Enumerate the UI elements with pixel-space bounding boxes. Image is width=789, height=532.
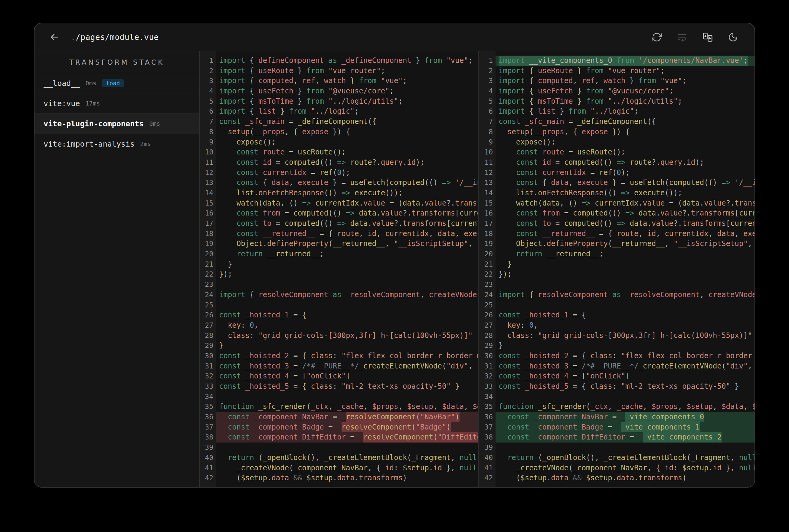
line-number: 27 xyxy=(200,320,216,331)
line-number: 9 xyxy=(479,137,496,148)
code-line: const _component_DiffEditor = _resolveCo… xyxy=(216,432,478,442)
compare-panels-icon xyxy=(702,32,713,43)
plugin-name: vite:vue xyxy=(43,99,80,108)
refresh-button[interactable] xyxy=(651,32,663,43)
line-number-gutter-before: 1234567891011121314151617181920212223242… xyxy=(200,51,216,487)
code-line: import { list } from "../logic"; xyxy=(496,107,754,117)
line-number: 36 xyxy=(200,412,216,422)
sidebar-item-vite-vue[interactable]: vite:vue17ms xyxy=(35,93,199,114)
code-line: ($setup.data && $setup.data.transforms) xyxy=(496,473,754,483)
code-line: } xyxy=(496,259,754,270)
code-line: import { list } from "../logic"; xyxy=(216,107,478,117)
code-line: const _hoisted_4 = ["onClick"] xyxy=(496,371,754,381)
line-number: 26 xyxy=(200,310,216,320)
sidebar-item-vite-import-analysis[interactable]: vite:import-analysis2ms xyxy=(35,134,199,154)
line-number: 1 xyxy=(479,56,496,66)
code-line xyxy=(496,280,754,290)
line-number: 5 xyxy=(200,96,216,107)
line-number: 2 xyxy=(200,66,216,76)
line-number: 39 xyxy=(200,442,216,453)
line-number: 3 xyxy=(479,76,496,86)
line-number: 30 xyxy=(479,351,496,361)
line-number: 1 xyxy=(200,56,216,66)
diff-pane-before[interactable]: 1234567891011121314151617181920212223242… xyxy=(200,51,478,487)
line-number: 23 xyxy=(200,280,216,290)
code-line xyxy=(496,300,754,310)
word-wrap-icon xyxy=(677,32,687,42)
line-number: 11 xyxy=(479,157,496,168)
line-number: 20 xyxy=(200,249,216,259)
code-line xyxy=(496,442,754,453)
code-line: return (_openBlock(), _createElementBloc… xyxy=(216,453,478,463)
code-line: } xyxy=(216,341,478,351)
code-line xyxy=(496,392,754,402)
code-line: import { msToTime } from "../logic/utils… xyxy=(216,96,478,107)
line-number: 12 xyxy=(479,168,496,178)
line-number: 2 xyxy=(479,66,496,76)
code-line: const from = computed(() => data.value?.… xyxy=(496,208,754,218)
code-line: import { defineComponent as _defineCompo… xyxy=(216,56,478,66)
line-number: 6 xyxy=(200,107,216,117)
code-line: return __returned__; xyxy=(216,249,478,259)
code-line: function _sfc_render(_ctx, _cache, $prop… xyxy=(496,402,754,412)
code-after[interactable]: import __vite_components_0 from '/compon… xyxy=(496,51,754,487)
line-number: 32 xyxy=(200,371,216,381)
code-line: watch(data, () => currentIdx.value = (da… xyxy=(216,198,478,209)
code-line: } xyxy=(496,341,754,351)
plugin-time: 17ms xyxy=(85,100,100,107)
code-line: const from = computed(() => data.value?.… xyxy=(216,208,478,218)
code-line: const id = computed(() => route?.query.i… xyxy=(216,157,478,168)
line-number: 3 xyxy=(200,76,216,86)
line-number: 8 xyxy=(200,127,216,137)
line-number: 8 xyxy=(479,127,496,137)
line-number: 5 xyxy=(479,96,496,107)
line-number: 7 xyxy=(200,117,216,127)
code-line: setup(__props, { expose }) { xyxy=(496,127,754,137)
code-line: const _component_NavBar = __vite_compone… xyxy=(496,412,754,422)
theme-toggle-button[interactable] xyxy=(727,32,739,43)
line-number: 19 xyxy=(200,239,216,249)
plugin-time: 0ms xyxy=(85,79,96,87)
module-title-path: /pages/module.vue xyxy=(76,33,159,42)
code-before[interactable]: import { defineComponent as _defineCompo… xyxy=(216,51,478,487)
line-number: 10 xyxy=(479,147,496,157)
line-number: 9 xyxy=(200,137,216,148)
code-line: const route = useRoute(); xyxy=(216,147,478,157)
line-number: 15 xyxy=(200,198,216,209)
line-number: 22 xyxy=(200,269,216,280)
code-line: key: 0, xyxy=(216,320,478,331)
main-body: TRANSFORM STACK __load__0msloadvite:vue1… xyxy=(35,51,754,487)
plugin-name: vite-plugin-components xyxy=(43,119,144,128)
line-number: 42 xyxy=(200,473,216,483)
code-line: const _hoisted_1 = { xyxy=(496,310,754,320)
code-line: const _hoisted_2 = { class: "flex flex-c… xyxy=(496,351,754,361)
code-line: ($setup.data && $setup.data.transforms) xyxy=(216,473,478,483)
sidebar-item-load[interactable]: __load__0msload xyxy=(35,73,199,93)
code-line: const _sfc_main = _defineComponent({ xyxy=(216,117,478,127)
line-number: 38 xyxy=(200,432,216,442)
line-number: 28 xyxy=(200,331,216,341)
sidebar-item-vite-plugin-components[interactable]: vite-plugin-components0ms xyxy=(35,114,199,134)
line-number: 31 xyxy=(479,361,496,372)
compare-panels-button[interactable] xyxy=(702,32,713,43)
line-number: 14 xyxy=(200,188,216,198)
line-number: 18 xyxy=(200,229,216,239)
code-line: const _hoisted_1 = { xyxy=(216,310,478,320)
code-line: }); xyxy=(216,269,478,280)
code-line: list.onFetchResponse(() => execute()); xyxy=(496,188,754,198)
word-wrap-button[interactable] xyxy=(677,32,688,43)
code-line: import { computed, ref, watch } from "vu… xyxy=(216,76,478,86)
code-line: const _hoisted_5 = { class: "ml-2 text-x… xyxy=(496,381,754,392)
diff-pane-after[interactable]: 1234567891011121314151617181920212223242… xyxy=(479,51,754,487)
line-number: 25 xyxy=(200,300,216,310)
back-button[interactable] xyxy=(49,31,60,43)
line-number: 40 xyxy=(479,453,496,463)
code-line: import { useFetch } from "@vueuse/core"; xyxy=(496,86,754,96)
code-line: const __returned__ = { route, id, curren… xyxy=(496,229,754,239)
code-line: const _hoisted_5 = { class: "ml-2 text-x… xyxy=(216,381,478,392)
line-number: 18 xyxy=(479,229,496,239)
code-line: const _sfc_main = _defineComponent({ xyxy=(496,117,754,127)
inspect-window: ./pages/module.vue xyxy=(34,23,755,488)
line-number: 33 xyxy=(200,381,216,392)
line-number: 10 xyxy=(200,147,216,157)
